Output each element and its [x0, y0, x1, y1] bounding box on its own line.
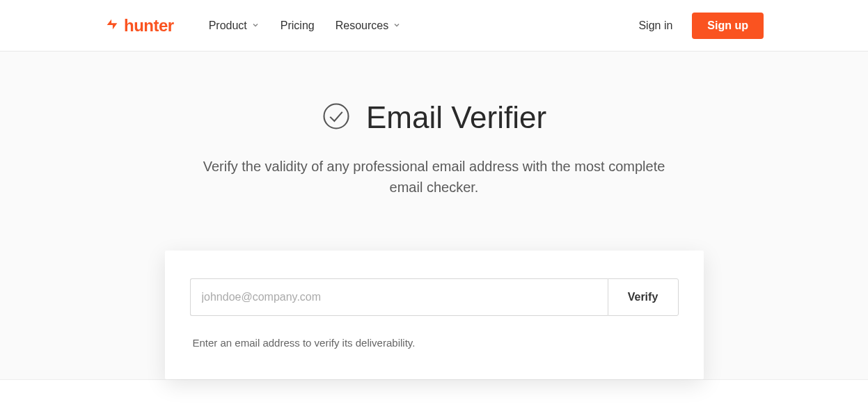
hero-header: Email Verifier Verify the validity of an… [121, 100, 748, 198]
sign-up-button[interactable]: Sign up [692, 13, 764, 39]
nav-product[interactable]: Product [209, 19, 260, 32]
check-circle-icon [322, 102, 351, 134]
nav-resources[interactable]: Resources [336, 19, 401, 32]
svg-point-0 [324, 104, 348, 129]
nav-pricing-label: Pricing [281, 19, 315, 32]
helper-text: Enter an email address to verify its del… [190, 337, 679, 349]
verify-button[interactable]: Verify [608, 278, 679, 316]
page-title: Email Verifier [366, 100, 546, 135]
hero-title-row: Email Verifier [121, 100, 748, 135]
main-nav: Product Pricing Resources [209, 19, 639, 32]
chevron-down-icon [393, 19, 401, 32]
logo-icon [104, 17, 120, 35]
logo[interactable]: hunter [104, 16, 174, 35]
auth-area: Sign in Sign up [638, 13, 764, 39]
page-subtitle: Verify the validity of any professional … [191, 156, 678, 198]
hero-section: Email Verifier Verify the validity of an… [0, 52, 868, 380]
logo-text: hunter [124, 16, 174, 35]
lower-background [0, 380, 868, 412]
verifier-card: Verify Enter an email address to verify … [165, 251, 704, 379]
chevron-down-icon [251, 19, 260, 32]
sign-in-link[interactable]: Sign in [638, 19, 672, 32]
nav-product-label: Product [209, 19, 247, 32]
email-input[interactable] [190, 278, 608, 316]
site-header: hunter Product Pricing Resources Sign in… [0, 0, 868, 52]
nav-resources-label: Resources [336, 19, 388, 32]
input-row: Verify [190, 278, 679, 316]
nav-pricing[interactable]: Pricing [281, 19, 315, 32]
